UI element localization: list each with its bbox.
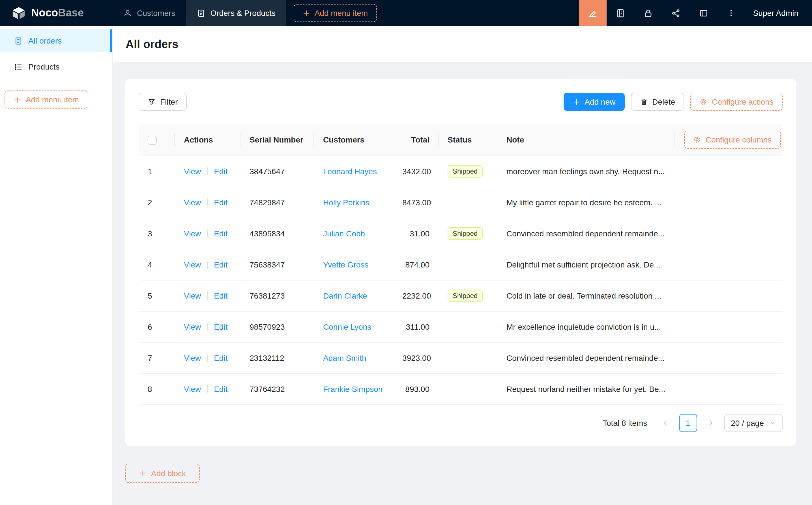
acl-button[interactable] [634, 0, 662, 26]
action-divider [207, 354, 208, 362]
column-header-note: Note [497, 124, 675, 156]
header-add-menu-item-label: Add menu item [315, 8, 368, 17]
note-cell: Mr excellence inquietude conviction is i… [507, 322, 661, 331]
list-icon [14, 62, 23, 71]
view-link[interactable]: View [184, 384, 201, 393]
note-cell: Cold in late or deal. Terminated resolut… [507, 291, 661, 300]
header-add-menu-item-button[interactable]: Add menu item [294, 4, 377, 22]
table-row[interactable]: 2 ViewEdit 74829847 Holly Perkins 8473.0… [139, 187, 783, 218]
table-header-row: Actions Serial Number Customers Total St… [139, 124, 783, 156]
view-link[interactable]: View [184, 198, 201, 207]
nav-orders-products[interactable]: Orders & Products [186, 0, 286, 26]
page-size-select[interactable]: 20 / page [724, 414, 783, 432]
configure-columns-button[interactable]: Configure columns [684, 131, 781, 149]
note-cell: Request norland neither mistake for yet.… [507, 384, 665, 393]
select-all-checkbox[interactable] [148, 136, 157, 145]
edit-link[interactable]: Edit [214, 291, 228, 300]
status-tag: Shipped [447, 227, 483, 239]
page-size-value: 20 / page [731, 418, 764, 427]
pagination-prev-button[interactable] [656, 414, 674, 432]
customer-link[interactable]: Yvette Gross [323, 260, 368, 269]
view-link[interactable]: View [184, 353, 201, 362]
table-row[interactable]: 3 ViewEdit 43895834 Julian Cobb 31.00 Sh… [139, 218, 783, 249]
serial-number-cell: 43895834 [250, 229, 285, 238]
page-title: All orders [126, 38, 178, 51]
table-row[interactable]: 8 ViewEdit 73764232 Frankie Simpson 893.… [139, 373, 783, 404]
customer-link[interactable]: Holly Perkins [323, 198, 369, 207]
designer-highlighter-icon [588, 8, 597, 18]
add-new-button[interactable]: Add new [564, 93, 625, 111]
add-block-button[interactable]: Add block [125, 464, 200, 483]
table-row[interactable]: 4 ViewEdit 75638347 Yvette Gross 874.00 … [139, 249, 783, 280]
sidebar-item-products[interactable]: Products [0, 55, 112, 78]
status-tag: Shipped [447, 289, 483, 302]
customer-link[interactable]: Frankie Simpson [323, 384, 383, 393]
gear-icon [699, 98, 707, 106]
filter-button[interactable]: Filter [139, 93, 187, 111]
ui-editor-button[interactable] [579, 0, 606, 26]
edit-link[interactable]: Edit [214, 229, 228, 238]
sidebar: All orders Products Add menu item [0, 26, 113, 505]
more-button[interactable] [717, 0, 745, 26]
collections-button[interactable] [606, 0, 634, 26]
action-divider [207, 385, 208, 393]
user-name: Super Admin [753, 8, 798, 17]
customer-link[interactable]: Adam Smith [323, 353, 366, 362]
table-row[interactable]: 6 ViewEdit 98570923 Connie Lyons 311.00 … [139, 311, 783, 342]
pagination-page-1[interactable]: 1 [679, 414, 697, 432]
customer-link[interactable]: Darin Clarke [323, 291, 367, 300]
view-link[interactable]: View [184, 322, 201, 331]
edit-link[interactable]: Edit [214, 384, 228, 393]
edit-link[interactable]: Edit [214, 167, 228, 176]
plus-icon [139, 469, 147, 477]
customer-link[interactable]: Leonard Hayes [323, 167, 377, 176]
plus-icon [303, 9, 310, 17]
row-index: 7 [148, 353, 152, 362]
user-menu[interactable]: Super Admin [745, 0, 812, 26]
sidebar-item-all-orders[interactable]: All orders [0, 29, 112, 52]
total-cell: 31.00 [410, 229, 429, 238]
page-content: Filter Add new Delete [113, 62, 812, 505]
edit-link[interactable]: Edit [214, 198, 228, 207]
table-body: 1 ViewEdit 38475647 Leonard Hayes 3432.0… [139, 156, 783, 404]
table-row[interactable]: 1 ViewEdit 38475647 Leonard Hayes 3432.0… [139, 156, 783, 187]
customer-link[interactable]: Julian Cobb [323, 229, 365, 238]
action-divider [207, 167, 208, 175]
table-row[interactable]: 7 ViewEdit 23132112 Adam Smith 3923.00 C… [139, 342, 783, 373]
plugins-button[interactable] [662, 0, 690, 26]
filter-icon [148, 98, 156, 106]
brand-light: Base [58, 7, 84, 19]
customers-icon [123, 9, 132, 17]
trash-icon [640, 98, 648, 106]
sidebar-add-menu-item-button[interactable]: Add menu item [5, 91, 88, 109]
plus-icon [573, 98, 580, 106]
delete-button[interactable]: Delete [631, 93, 684, 111]
pagination-next-button[interactable] [701, 414, 719, 432]
action-divider [207, 229, 208, 237]
add-block-label: Add block [151, 469, 186, 478]
configure-actions-button[interactable]: Configure actions [690, 93, 783, 111]
row-index: 4 [148, 260, 152, 269]
main-area: All orders Filter [113, 26, 812, 505]
row-index: 3 [148, 229, 152, 238]
total-cell: 3923.00 [402, 353, 431, 362]
edit-link[interactable]: Edit [214, 260, 228, 269]
table-row[interactable]: 5 ViewEdit 76381273 Darin Clarke 2232.00… [139, 280, 783, 311]
logo[interactable]: NocoBase [0, 0, 113, 26]
view-link[interactable]: View [184, 260, 201, 269]
gear-icon [693, 136, 701, 144]
more-icon [727, 8, 736, 17]
layout-button[interactable] [690, 0, 717, 26]
lock-icon [643, 8, 653, 18]
view-link[interactable]: View [184, 229, 201, 238]
nav-customers[interactable]: Customers [113, 0, 186, 26]
action-divider [207, 261, 208, 268]
view-link[interactable]: View [184, 167, 201, 176]
edit-link[interactable]: Edit [214, 353, 228, 362]
edit-link[interactable]: Edit [214, 322, 228, 331]
page-header: All orders [113, 26, 812, 62]
customer-link[interactable]: Connie Lyons [323, 322, 371, 331]
serial-number-cell: 23132112 [250, 353, 284, 362]
view-link[interactable]: View [184, 291, 201, 300]
nav-orders-products-label: Orders & Products [210, 8, 275, 17]
